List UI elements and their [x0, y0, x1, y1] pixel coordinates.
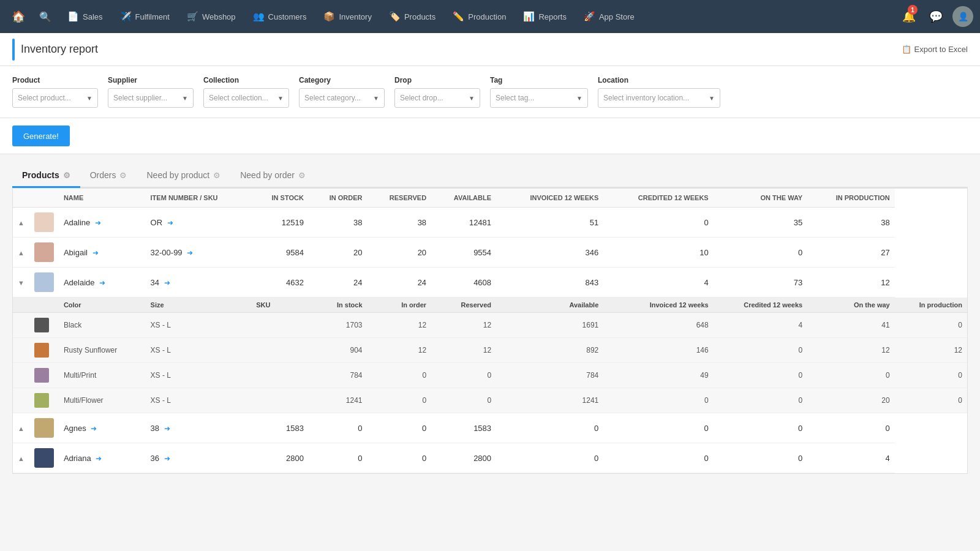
sku-link[interactable]: ➜ [164, 424, 170, 433]
variant-invoiced: 146 [603, 338, 713, 363]
location-select[interactable]: Select inventory location... ▼ [598, 88, 720, 108]
table-row: ▼ Adelaide ➜ 34 ➜ 4632 24 24 4608 843 4 … [13, 268, 967, 298]
product-filter: Product Select product... ▼ [12, 76, 98, 108]
product-sku: 32-00-99 ➜ [146, 238, 252, 268]
nav-item-sales[interactable]: 📄Sales [59, 0, 111, 33]
table-body: ▲ Adaline ➜ OR ➜ 12519 38 38 12481 51 0 … [13, 208, 967, 473]
variant-in-production: 12 [895, 338, 967, 363]
product-credited: 0 [603, 413, 713, 443]
nav-item-reports[interactable]: 📊Reports [514, 0, 575, 33]
avatar[interactable]: 👤 [951, 0, 975, 33]
col-in-production: IN PRODUCTION [807, 189, 895, 208]
product-reserved: 20 [368, 238, 432, 268]
variant-in-order: 12 [368, 313, 432, 338]
variant-reserved: 12 [431, 338, 496, 363]
variant-color: Multi/Flower [59, 388, 146, 413]
nav-items: 📄Sales✈️Fulfilment🛒Webshop👥Customers📦Inv… [59, 0, 643, 33]
product-sku: OR ➜ [146, 208, 252, 238]
variant-color: Multi/Print [59, 363, 146, 388]
inventory-icon: 📦 [323, 11, 335, 22]
row-toggle[interactable]: ▲ [13, 443, 29, 473]
variant-in-stock: 1703 [309, 313, 368, 338]
tab-need-by-order[interactable]: Need by order⚙ [230, 164, 315, 188]
product-available: 9554 [431, 238, 496, 268]
location-filter: Location Select inventory location... ▼ [598, 76, 720, 108]
variant-reserved: 12 [431, 313, 496, 338]
variant-size: XS - L [146, 338, 252, 363]
nav-item-inventory[interactable]: 📦Inventory [315, 0, 380, 33]
variant-on-the-way: 0 [807, 363, 895, 388]
variant-header-row: Color Size SKU In stock In order Reserve… [13, 298, 967, 313]
row-toggle[interactable]: ▲ [13, 238, 29, 268]
variant-size: XS - L [146, 388, 252, 413]
notifications-button[interactable]: 🔔 1 [897, 0, 921, 33]
sales-icon: 📄 [67, 11, 79, 22]
nav-item-products[interactable]: 🏷️Products [380, 0, 444, 33]
search-button[interactable]: 🔍 [32, 0, 59, 33]
user-avatar: 👤 [952, 6, 973, 27]
nav-item-customers[interactable]: 👥Customers [244, 0, 315, 33]
category-select[interactable]: Select category... ▼ [299, 88, 385, 108]
table-row: ▲ Adriana ➜ 36 ➜ 2800 0 0 2800 0 0 0 4 [13, 443, 967, 473]
sku-link[interactable]: ➜ [164, 454, 170, 463]
product-in-order: 20 [309, 238, 368, 268]
drop-select[interactable]: Select drop... ▼ [394, 88, 480, 108]
row-toggle[interactable]: ▼ [13, 268, 29, 298]
product-link[interactable]: ➜ [92, 249, 99, 257]
reports-icon: 📊 [523, 11, 535, 22]
product-thumbnail [29, 413, 59, 443]
home-button[interactable]: 🏠 [5, 0, 32, 33]
product-available: 4608 [431, 268, 496, 298]
product-sku: 34 ➜ [146, 268, 252, 298]
row-toggle[interactable]: ▲ [13, 413, 29, 443]
category-label: Category [299, 76, 385, 84]
col-name: NAME [59, 189, 146, 208]
variant-sku [251, 363, 309, 388]
tab-orders[interactable]: Orders⚙ [80, 164, 137, 188]
variant-in-order: 0 [368, 363, 432, 388]
tab-settings-icon[interactable]: ⚙ [213, 171, 221, 180]
variant-invoiced: 648 [603, 313, 713, 338]
product-link[interactable]: ➜ [91, 424, 97, 433]
collection-filter: Collection Select collection... ▼ [203, 76, 289, 108]
row-toggle[interactable]: ▲ [13, 208, 29, 238]
product-on-the-way: 0 [714, 443, 807, 473]
tab-settings-icon[interactable]: ⚙ [298, 171, 306, 180]
collection-select[interactable]: Select collection... ▼ [203, 88, 289, 108]
product-in-order: 38 [309, 208, 368, 238]
variant-credited: 0 [714, 363, 807, 388]
product-link[interactable]: ➜ [96, 454, 102, 463]
home-icon: 🏠 [12, 10, 25, 23]
drop-label: Drop [394, 76, 480, 84]
tab-need-by-product[interactable]: Need by product⚙ [137, 164, 230, 188]
webshop-icon: 🛒 [187, 11, 198, 22]
product-name: Adaline ➜ [59, 208, 146, 238]
collection-dropdown-icon: ▼ [277, 95, 284, 102]
tag-select[interactable]: Select tag... ▼ [490, 88, 588, 108]
sku-link[interactable]: ➜ [167, 219, 173, 227]
collection-label: Collection [203, 76, 289, 84]
nav-item-appstore[interactable]: 🚀App Store [575, 0, 643, 33]
product-on-the-way: 0 [714, 238, 807, 268]
sku-link[interactable]: ➜ [187, 249, 193, 257]
tab-products[interactable]: Products⚙ [12, 164, 80, 188]
tab-settings-icon[interactable]: ⚙ [63, 171, 70, 180]
product-link[interactable]: ➜ [99, 279, 105, 287]
category-filter: Category Select category... ▼ [299, 76, 385, 108]
product-select[interactable]: Select product... ▼ [12, 88, 98, 108]
nav-item-production[interactable]: ✏️Production [444, 0, 514, 33]
variant-invoiced: 49 [603, 363, 713, 388]
nav-item-webshop[interactable]: 🛒Webshop [178, 0, 244, 33]
messages-button[interactable]: 💬 [924, 0, 948, 33]
generate-button[interactable]: Generate! [12, 126, 70, 146]
product-in-order: 0 [309, 413, 368, 443]
supplier-select[interactable]: Select supplier... ▼ [108, 88, 194, 108]
product-reserved: 24 [368, 268, 432, 298]
tab-settings-icon[interactable]: ⚙ [119, 171, 127, 180]
export-button[interactable]: 📋 Export to Excel [902, 45, 968, 54]
col-reserved: RESERVED [368, 189, 432, 208]
nav-item-fulfilment[interactable]: ✈️Fulfilment [111, 0, 178, 33]
sku-link[interactable]: ➜ [164, 279, 170, 287]
product-link[interactable]: ➜ [95, 219, 101, 227]
product-name: Adelaide ➜ [59, 268, 146, 298]
